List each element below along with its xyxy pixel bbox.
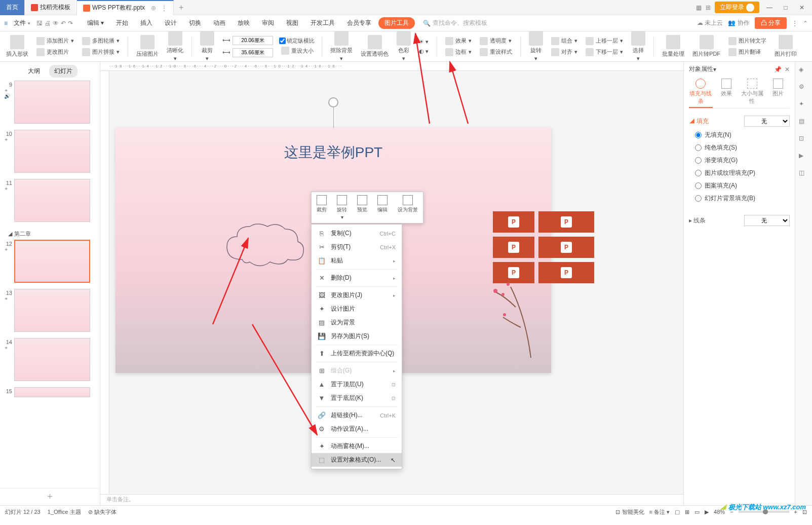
ribbon-lock-ratio[interactable]: 锁定纵横比 (279, 37, 316, 45)
slide-thumb-14[interactable] (14, 338, 90, 381)
line-section-label[interactable]: ▸ 线条 (689, 216, 706, 225)
view-reading-icon[interactable]: ▭ (694, 509, 700, 515)
tab-templates[interactable]: 找稻壳模板 (25, 0, 77, 15)
ribbon-rotate[interactable]: 旋转 ▾ (527, 31, 545, 62)
line-select[interactable]: 无 (744, 215, 790, 226)
redo-icon[interactable]: ↷ (68, 20, 73, 27)
rotation-handle[interactable] (328, 97, 338, 107)
slide-thumb-10[interactable] (14, 130, 90, 173)
ctx-upload[interactable]: ⬆上传至稻壳资源中心(Q) (312, 347, 402, 360)
tab-home[interactable]: 首页 (0, 0, 25, 15)
style-icon[interactable]: ✦ (799, 100, 809, 110)
ribbon-effect[interactable]: 效果 ▾ (443, 36, 474, 46)
ribbon-move-down[interactable]: 下移一层 ▾ (584, 47, 625, 57)
ribbon-clarity[interactable]: 清晰化 ▾ (165, 31, 185, 62)
tab-document[interactable]: WPS PPT教程.pptx ⊕ ⋮ (77, 0, 174, 15)
mini-edit[interactable]: 编辑 (374, 194, 391, 221)
mini-preview[interactable]: 预览 (354, 194, 370, 221)
menu-view[interactable]: 视图 (281, 17, 303, 29)
cloud-shape[interactable] (222, 219, 308, 270)
menu-start[interactable]: 开始 (111, 17, 133, 29)
app-menu-icon[interactable]: ≡ (4, 20, 8, 27)
ctx-design-pic[interactable]: ✦设计图片 (312, 302, 402, 316)
undo-icon[interactable]: ↶ (61, 20, 66, 27)
slide-title[interactable]: 这里是举例PPT (115, 143, 551, 162)
height-input[interactable] (233, 48, 273, 57)
menu-transition[interactable]: 切换 (184, 17, 206, 29)
menu-design[interactable]: 设计 (160, 17, 182, 29)
grid-icon[interactable]: ▦ (696, 4, 702, 11)
ribbon-compress[interactable]: 压缩图片 (134, 35, 161, 58)
ribbon-pic-print[interactable]: 图片打印 (772, 35, 799, 58)
notes-bar[interactable]: 单击备注。 (100, 494, 683, 505)
ribbon-width[interactable]: ⟷ (220, 35, 275, 46)
ctx-save-as-pic[interactable]: 💾另存为图片(S) (312, 329, 402, 343)
ctx-combine[interactable]: ⊞组合(G)▸ (312, 364, 402, 378)
ctx-format[interactable]: ⬚设置对象格式(O)...↖ (312, 453, 402, 467)
panel-tab-fill[interactable]: 填充与线条 (689, 77, 713, 108)
smart-beautify[interactable]: ⊡ 智能美化 (615, 508, 644, 516)
ctx-anim-pane[interactable]: ✦动画窗格(M)... (312, 439, 402, 453)
ribbon-select[interactable]: 选择 ▾ (629, 31, 647, 62)
preview-icon[interactable]: 👁 (53, 20, 59, 27)
ctx-cut[interactable]: ✂剪切(T)Ctrl+X (312, 240, 402, 254)
maximize-button[interactable]: □ (780, 4, 792, 11)
add-slide-button[interactable]: + (0, 488, 100, 505)
coop-icon[interactable]: 👥 协作 (728, 19, 749, 27)
fill-section-label[interactable]: ◢ 填充 (689, 117, 709, 126)
mini-rotate[interactable]: 旋转 ▾ (334, 194, 350, 221)
close-icon[interactable]: ⋮ (161, 5, 167, 12)
new-tab-button[interactable]: + (174, 3, 188, 12)
ribbon-align[interactable]: 对齐 ▾ (549, 47, 579, 57)
ctx-hyperlink[interactable]: 🔗超链接(H)...Ctrl+K (312, 408, 402, 422)
notes-toggle[interactable]: ≡ 备注 ▾ (649, 508, 670, 516)
minimize-button[interactable]: — (763, 4, 776, 11)
width-input[interactable] (233, 36, 273, 45)
ribbon-multi-carousel[interactable]: 多图轮播 ▾ (80, 36, 122, 46)
missing-font[interactable]: ⊘ 缺失字体 (88, 508, 117, 516)
ctx-delete[interactable]: ✕删除(D)▸ (312, 271, 402, 285)
print-icon[interactable]: 🖨 (45, 20, 51, 27)
radio-no-fill[interactable]: 无填充(N) (689, 129, 790, 141)
share-button[interactable]: 凸 分享 (755, 17, 787, 29)
radio-picture-fill[interactable]: 图片或纹理填充(P) (689, 167, 790, 179)
ribbon-brightness[interactable]: ☀ ▾ (417, 38, 431, 46)
menu-slideshow[interactable]: 放映 (233, 17, 255, 29)
fill-select[interactable]: 无 (744, 116, 790, 127)
ctx-copy[interactable]: ⎘复制(C)Ctrl+C (312, 227, 402, 240)
ribbon-add-picture[interactable]: 添加图片 ▾ (34, 36, 76, 46)
ribbon-contrast[interactable]: ◐ ▾ (417, 47, 431, 56)
tab-menu-icon[interactable]: ⊕ (151, 5, 156, 12)
ribbon-transparency[interactable]: 透明度 ▾ (478, 36, 514, 46)
ribbon-reset-size[interactable]: 重设大小 (279, 46, 316, 56)
menu-animation[interactable]: 动画 (208, 17, 230, 29)
slide-list[interactable]: 9✦🔊 10✦ 11✦ ◢ 第二章 12✦ 13✦ 14✦ 15 (0, 81, 100, 488)
tab-outline[interactable]: 大纲 (23, 65, 45, 78)
ribbon-insert-shape[interactable]: 插入形状 (4, 35, 30, 58)
search-box[interactable]: 🔍 查找命令、搜索模板 (423, 19, 487, 27)
expand-icon[interactable]: ⌃ (803, 20, 808, 27)
ribbon-color[interactable]: 色彩 ▾ (395, 31, 413, 62)
more-tools-icon[interactable]: ⊡ (799, 135, 809, 145)
ribbon-pic-to-text[interactable]: 图片转文字 (726, 36, 768, 46)
cloud-icon[interactable]: ☁ 未上云 (697, 19, 723, 27)
ctx-action[interactable]: ⚙动作设置(A)... (312, 422, 402, 436)
settings-icon[interactable]: ⚙ (799, 83, 809, 93)
ribbon-batch[interactable]: 批量处理 (660, 35, 686, 58)
tags-icon[interactable]: ◫ (799, 169, 809, 179)
menu-member[interactable]: 会员专享 (342, 17, 376, 29)
apps-icon[interactable]: ⊞ (706, 4, 711, 11)
ribbon-remove-bg[interactable]: 抠除背景 ▾ (328, 31, 355, 62)
ctx-set-bg[interactable]: ▨设为背景 (312, 316, 402, 329)
ctx-to-back[interactable]: ▼置于底层(K)⊡ (312, 391, 402, 405)
close-panel-icon[interactable]: ✕ (785, 66, 790, 73)
menu-picture-tools[interactable]: 图片工具 (378, 17, 415, 29)
diamond-icon[interactable]: ◈ (799, 66, 809, 76)
ribbon-pic-to-pdf[interactable]: 图片转PDF (690, 35, 722, 58)
ribbon-change-picture[interactable]: 更改图片 (34, 47, 76, 57)
ribbon-move-up[interactable]: 上移一层 ▾ (584, 36, 625, 46)
slide-thumb-15[interactable] (14, 387, 90, 397)
menu-insert[interactable]: 插入 (135, 17, 158, 29)
view-sorter-icon[interactable]: ⊞ (685, 509, 689, 515)
mini-crop[interactable]: 裁剪 (314, 194, 330, 221)
